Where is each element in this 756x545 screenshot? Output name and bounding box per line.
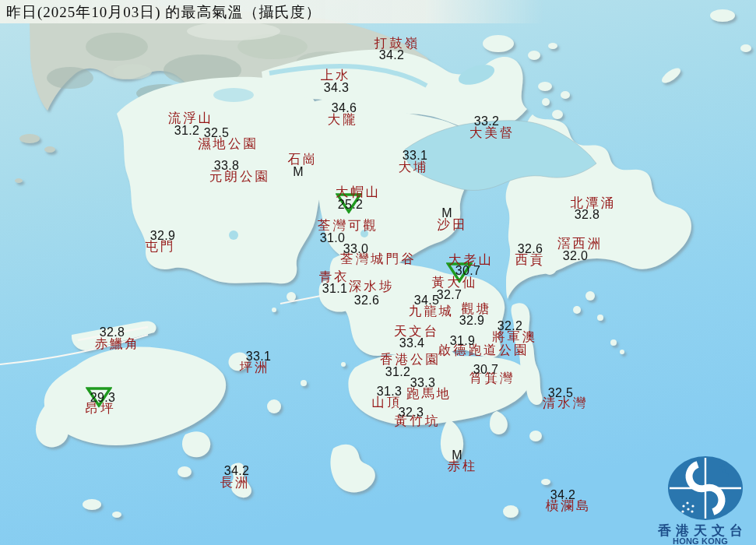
station-value: 34.2 (379, 48, 404, 62)
max-temperature-map: 昨日(2025年10月03日) 的最高氣溫（攝氏度） 34.2打鼓嶺34.3上水… (0, 0, 756, 545)
hko-logo-name-en: HONG KONG OBSERVATORY (645, 536, 756, 545)
station-value: 33.1 (246, 350, 271, 364)
station-value: 29.3 (90, 391, 115, 405)
station-value: 32.5 (548, 386, 573, 400)
station-value: 31.3 (377, 385, 402, 399)
station-value: 31.1 (322, 282, 347, 296)
station-value: M (441, 206, 452, 220)
station-value: 32.6 (518, 242, 543, 256)
station-value: 32.5 (204, 126, 229, 140)
station-value: 30.7 (455, 264, 480, 278)
station-value: 33.1 (403, 149, 427, 163)
station-value: 32.2 (498, 319, 522, 333)
station-value: 31.2 (174, 124, 199, 138)
station-value: 32.9 (459, 314, 484, 328)
station-value: 32.8 (575, 208, 600, 222)
station-value: 33.8 (214, 159, 239, 173)
map-title: 昨日(2025年10月03日) 的最高氣溫（攝氏度） (6, 2, 321, 23)
station-value: 34.5 (414, 294, 439, 308)
hko-logo: 香港天文台 HONG KONG OBSERVATORY (645, 452, 756, 545)
station-value: 34.6 (332, 101, 357, 115)
station-value: 34.3 (324, 81, 349, 95)
station-value: 32.8 (100, 325, 125, 339)
station-value: 34.2 (224, 464, 249, 478)
station-value: 25.2 (338, 198, 363, 212)
station-value: M (452, 448, 462, 462)
station-value: 32.3 (399, 406, 424, 420)
station-value: 32.0 (563, 249, 588, 263)
station-value: 31.2 (385, 365, 410, 379)
station-value: 34.2 (550, 488, 575, 502)
station-value: 31.0 (320, 231, 345, 245)
station-name: 深水埗 (349, 278, 395, 295)
hko-logo-emblem-icon (645, 452, 756, 522)
station-value: M (293, 165, 304, 179)
station-value: 33.0 (343, 242, 368, 256)
station-value: 32.6 (354, 294, 379, 308)
station-value: 30.7 (473, 363, 498, 377)
station-value: 33.4 (399, 336, 424, 350)
station-value: 32.9 (150, 229, 175, 243)
station-value: 32.7 (437, 288, 462, 302)
hk-basemap-svg (0, 0, 756, 545)
station-value: 33.2 (474, 114, 499, 128)
station-value: 31.9 (450, 334, 475, 348)
station-value: 33.3 (410, 376, 435, 390)
